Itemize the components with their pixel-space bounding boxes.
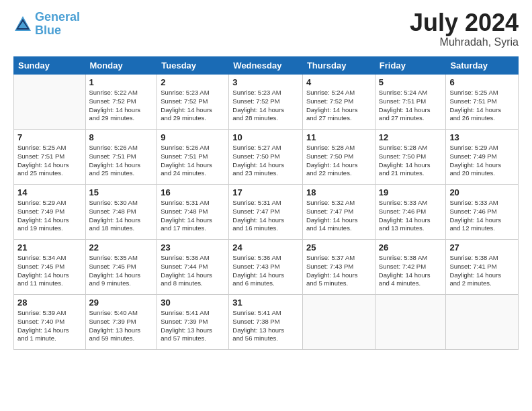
calendar-cell: 3Sunrise: 5:23 AM Sunset: 7:52 PM Daylig… (229, 75, 303, 130)
calendar-cell: 5Sunrise: 5:24 AM Sunset: 7:51 PM Daylig… (375, 75, 446, 130)
calendar-table: SundayMondayTuesdayWednesdayThursdayFrid… (13, 56, 519, 350)
calendar-cell: 19Sunrise: 5:33 AM Sunset: 7:46 PM Dayli… (375, 185, 446, 240)
day-number: 6 (449, 77, 515, 87)
weekday-friday: Friday (375, 57, 446, 75)
calendar-cell: 13Sunrise: 5:29 AM Sunset: 7:49 PM Dayli… (446, 130, 519, 185)
calendar-cell: 18Sunrise: 5:32 AM Sunset: 7:47 PM Dayli… (302, 185, 375, 240)
calendar-cell: 17Sunrise: 5:31 AM Sunset: 7:47 PM Dayli… (229, 185, 303, 240)
calendar-cell: 2Sunrise: 5:23 AM Sunset: 7:52 PM Daylig… (157, 75, 229, 130)
calendar-cell: 31Sunrise: 5:41 AM Sunset: 7:38 PM Dayli… (229, 295, 303, 350)
day-info: Sunrise: 5:33 AM Sunset: 7:46 PM Dayligh… (449, 199, 515, 233)
day-info: Sunrise: 5:25 AM Sunset: 7:51 PM Dayligh… (17, 144, 82, 178)
location: Muhradah, Syria (410, 36, 519, 48)
day-info: Sunrise: 5:40 AM Sunset: 7:39 PM Dayligh… (89, 309, 154, 343)
day-number: 26 (379, 242, 443, 253)
weekday-wednesday: Wednesday (229, 57, 303, 75)
calendar-cell: 29Sunrise: 5:40 AM Sunset: 7:39 PM Dayli… (85, 295, 157, 350)
day-number: 3 (232, 77, 299, 87)
calendar-cell (302, 295, 375, 350)
day-info: Sunrise: 5:28 AM Sunset: 7:50 PM Dayligh… (306, 144, 371, 178)
calendar-week-3: 21Sunrise: 5:34 AM Sunset: 7:45 PM Dayli… (14, 240, 519, 295)
day-info: Sunrise: 5:38 AM Sunset: 7:42 PM Dayligh… (379, 254, 443, 288)
calendar-week-0: 1Sunrise: 5:22 AM Sunset: 7:52 PM Daylig… (14, 75, 519, 130)
calendar-cell: 14Sunrise: 5:29 AM Sunset: 7:49 PM Dayli… (14, 185, 86, 240)
month-title: July 2024 (410, 11, 519, 35)
title-block: July 2024 Muhradah, Syria (410, 11, 519, 48)
day-info: Sunrise: 5:24 AM Sunset: 7:52 PM Dayligh… (306, 89, 371, 123)
day-number: 16 (161, 187, 225, 197)
day-number: 23 (161, 242, 225, 253)
day-number: 21 (17, 242, 82, 253)
calendar-cell: 16Sunrise: 5:31 AM Sunset: 7:48 PM Dayli… (157, 185, 229, 240)
logo-blue: Blue (35, 24, 61, 37)
day-info: Sunrise: 5:22 AM Sunset: 7:52 PM Dayligh… (89, 89, 154, 123)
day-number: 9 (161, 132, 225, 142)
day-info: Sunrise: 5:29 AM Sunset: 7:49 PM Dayligh… (449, 144, 515, 178)
weekday-sunday: Sunday (14, 57, 86, 75)
day-info: Sunrise: 5:26 AM Sunset: 7:51 PM Dayligh… (89, 144, 154, 178)
day-number: 14 (17, 187, 82, 197)
weekday-tuesday: Tuesday (157, 57, 229, 75)
calendar-cell: 27Sunrise: 5:38 AM Sunset: 7:41 PM Dayli… (446, 240, 519, 295)
day-info: Sunrise: 5:32 AM Sunset: 7:47 PM Dayligh… (306, 199, 371, 233)
calendar-week-1: 7Sunrise: 5:25 AM Sunset: 7:51 PM Daylig… (14, 130, 519, 185)
calendar-cell: 7Sunrise: 5:25 AM Sunset: 7:51 PM Daylig… (14, 130, 86, 185)
logo-text: General Blue (35, 11, 80, 38)
day-number: 7 (17, 132, 82, 142)
day-number: 17 (232, 187, 299, 197)
calendar-cell: 11Sunrise: 5:28 AM Sunset: 7:50 PM Dayli… (302, 130, 375, 185)
day-number: 4 (306, 77, 371, 87)
day-number: 27 (449, 242, 515, 253)
calendar-cell (375, 295, 446, 350)
day-number: 10 (232, 132, 299, 142)
day-info: Sunrise: 5:30 AM Sunset: 7:48 PM Dayligh… (89, 199, 154, 233)
day-info: Sunrise: 5:23 AM Sunset: 7:52 PM Dayligh… (232, 89, 299, 123)
logo-icon (13, 15, 32, 34)
calendar-cell: 22Sunrise: 5:35 AM Sunset: 7:45 PM Dayli… (85, 240, 157, 295)
day-number: 13 (449, 132, 515, 142)
day-info: Sunrise: 5:33 AM Sunset: 7:46 PM Dayligh… (379, 199, 443, 233)
calendar-cell: 26Sunrise: 5:38 AM Sunset: 7:42 PM Dayli… (375, 240, 446, 295)
day-number: 31 (232, 298, 299, 308)
calendar-cell: 8Sunrise: 5:26 AM Sunset: 7:51 PM Daylig… (85, 130, 157, 185)
day-info: Sunrise: 5:39 AM Sunset: 7:40 PM Dayligh… (17, 309, 82, 343)
weekday-header-row: SundayMondayTuesdayWednesdayThursdayFrid… (14, 57, 519, 75)
calendar-cell: 1Sunrise: 5:22 AM Sunset: 7:52 PM Daylig… (85, 75, 157, 130)
day-info: Sunrise: 5:26 AM Sunset: 7:51 PM Dayligh… (161, 144, 225, 178)
day-info: Sunrise: 5:35 AM Sunset: 7:45 PM Dayligh… (89, 254, 154, 288)
day-number: 29 (89, 298, 154, 308)
calendar-cell: 24Sunrise: 5:36 AM Sunset: 7:43 PM Dayli… (229, 240, 303, 295)
day-number: 5 (379, 77, 443, 87)
header: General Blue July 2024 Muhradah, Syria (13, 11, 519, 48)
weekday-monday: Monday (85, 57, 157, 75)
day-info: Sunrise: 5:36 AM Sunset: 7:43 PM Dayligh… (232, 254, 299, 288)
day-number: 11 (306, 132, 371, 142)
calendar-cell: 6Sunrise: 5:25 AM Sunset: 7:51 PM Daylig… (446, 75, 519, 130)
day-number: 20 (449, 187, 515, 197)
day-info: Sunrise: 5:28 AM Sunset: 7:50 PM Dayligh… (379, 144, 443, 178)
day-number: 25 (306, 242, 371, 253)
day-number: 12 (379, 132, 443, 142)
calendar-cell: 21Sunrise: 5:34 AM Sunset: 7:45 PM Dayli… (14, 240, 86, 295)
day-info: Sunrise: 5:34 AM Sunset: 7:45 PM Dayligh… (17, 254, 82, 288)
day-number: 2 (161, 77, 225, 87)
day-info: Sunrise: 5:38 AM Sunset: 7:41 PM Dayligh… (449, 254, 515, 288)
day-info: Sunrise: 5:37 AM Sunset: 7:43 PM Dayligh… (306, 254, 371, 288)
calendar-cell: 4Sunrise: 5:24 AM Sunset: 7:52 PM Daylig… (302, 75, 375, 130)
calendar-cell: 9Sunrise: 5:26 AM Sunset: 7:51 PM Daylig… (157, 130, 229, 185)
day-info: Sunrise: 5:36 AM Sunset: 7:44 PM Dayligh… (161, 254, 225, 288)
day-info: Sunrise: 5:29 AM Sunset: 7:49 PM Dayligh… (17, 199, 82, 233)
day-number: 24 (232, 242, 299, 253)
day-info: Sunrise: 5:23 AM Sunset: 7:52 PM Dayligh… (161, 89, 225, 123)
day-info: Sunrise: 5:31 AM Sunset: 7:47 PM Dayligh… (232, 199, 299, 233)
day-info: Sunrise: 5:41 AM Sunset: 7:38 PM Dayligh… (232, 309, 299, 343)
day-info: Sunrise: 5:27 AM Sunset: 7:50 PM Dayligh… (232, 144, 299, 178)
page: General Blue July 2024 Muhradah, Syria S… (0, 0, 532, 357)
day-info: Sunrise: 5:24 AM Sunset: 7:51 PM Dayligh… (379, 89, 443, 123)
day-number: 30 (161, 298, 225, 308)
calendar-cell: 30Sunrise: 5:41 AM Sunset: 7:39 PM Dayli… (157, 295, 229, 350)
logo: General Blue (13, 11, 80, 38)
calendar-week-2: 14Sunrise: 5:29 AM Sunset: 7:49 PM Dayli… (14, 185, 519, 240)
calendar-cell (446, 295, 519, 350)
calendar-cell: 10Sunrise: 5:27 AM Sunset: 7:50 PM Dayli… (229, 130, 303, 185)
